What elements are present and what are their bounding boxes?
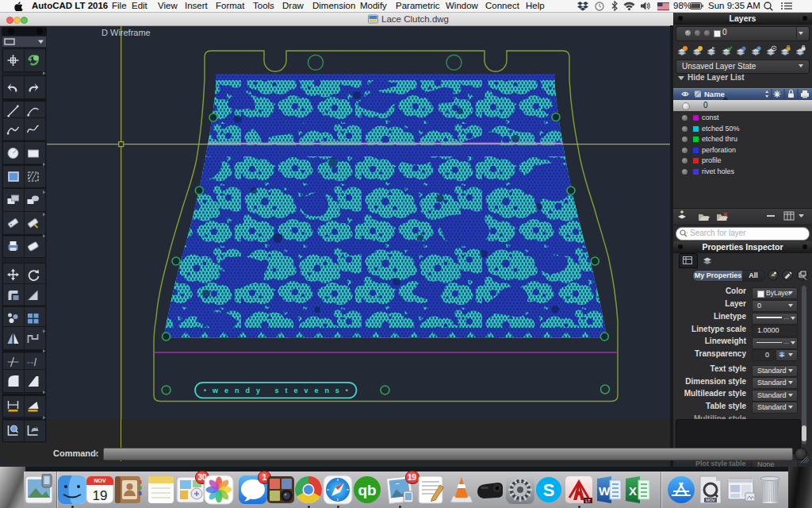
svg-text:• w e n d y s t e v e n s •: • w e n d y s t e v e n s • — [204, 387, 348, 394]
svg-text:MOV: MOV — [706, 498, 715, 502]
svg-text:Name: Name — [704, 90, 725, 98]
svg-text:S: S — [543, 480, 555, 500]
svg-text:X: X — [629, 484, 637, 498]
svg-text:qb: qb — [358, 482, 376, 498]
svg-text:D Wireframe: D Wireframe — [102, 28, 151, 37]
svg-text:19: 19 — [93, 488, 108, 503]
svg-text:LT: LT — [585, 498, 591, 503]
svg-text:NOV: NOV — [94, 478, 106, 483]
svg-text:W: W — [599, 484, 611, 498]
